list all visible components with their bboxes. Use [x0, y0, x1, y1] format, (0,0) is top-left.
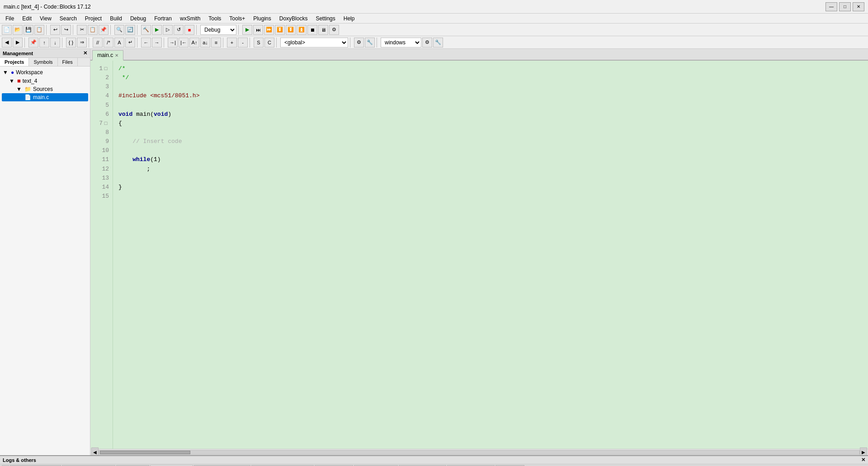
hscroll-thumb[interactable]	[100, 451, 190, 454]
menu-edit[interactable]: Edit	[19, 14, 35, 23]
menu-settings[interactable]: Settings	[312, 14, 339, 23]
tab-files[interactable]: Files	[58, 58, 78, 66]
menu-wxsmith[interactable]: wxSmith	[176, 14, 204, 23]
replace-button[interactable]: 🔄	[125, 25, 135, 35]
nav-next-button[interactable]: →	[152, 38, 162, 48]
line-num-14: 14	[98, 183, 109, 192]
horizontal-scrollbar[interactable]: ◀ ▶	[90, 449, 868, 455]
indent-button[interactable]: →|	[168, 38, 178, 48]
toolbar2-sep7	[250, 38, 252, 48]
menu-plugins[interactable]: Plugins	[250, 14, 274, 23]
menu-search[interactable]: Search	[56, 14, 80, 23]
paste-button[interactable]: 📌	[99, 25, 108, 35]
debug-start-button[interactable]: ▶	[242, 25, 252, 35]
jump-back-button[interactable]: ◀	[2, 38, 12, 48]
scroll-right-arrow[interactable]: ▶	[860, 447, 867, 456]
tree-main-c[interactable]: 📄 main.c	[2, 93, 88, 101]
find-button[interactable]: 🔍	[114, 25, 124, 35]
syntax-check-button[interactable]: S	[254, 38, 264, 48]
minimize-button[interactable]: —	[826, 2, 837, 11]
menu-view[interactable]: View	[36, 14, 55, 23]
save-button[interactable]: 💾	[24, 25, 33, 35]
menu-build[interactable]: Build	[106, 14, 126, 23]
tree-project[interactable]: ▼ ■ text_4	[2, 76, 88, 85]
menu-tools[interactable]: Tools	[205, 14, 225, 23]
build-run-button[interactable]: ▷	[163, 25, 173, 35]
jump-fwd-button[interactable]: ▶	[13, 38, 23, 48]
bottom-tabs-bar: ◀ 📋 Code::Blocks ✕ 🔍 Search results ✕ 📄 …	[0, 464, 868, 466]
bookmark-prev-button[interactable]: ↑	[39, 38, 49, 48]
zoom-in-button[interactable]: +	[227, 38, 237, 48]
debug-step-button[interactable]: ⏬	[286, 25, 296, 35]
debug-continue-button[interactable]: ⏭	[253, 25, 263, 35]
menu-tools-plus[interactable]: Tools+	[226, 14, 249, 23]
maximize-button[interactable]: □	[839, 2, 851, 11]
bookmark-next-button[interactable]: ↓	[50, 38, 60, 48]
code-editor[interactable]: /* */ #include <mcs51/8051.h> void main(…	[113, 61, 868, 449]
build-button[interactable]: 🔨	[141, 25, 151, 35]
bookmark-toggle-button[interactable]: 📌	[28, 38, 38, 48]
line-num-5: 5	[98, 101, 109, 110]
sort-button[interactable]: ≡	[211, 38, 221, 48]
auto-complete-button[interactable]: C	[264, 38, 274, 48]
copy-button[interactable]: 📋	[88, 25, 98, 35]
highlight-button[interactable]: A	[114, 38, 124, 48]
platform-btn1[interactable]: ⚙	[422, 38, 432, 48]
debug-window-button[interactable]: 🖥	[318, 25, 328, 35]
undo-button[interactable]: ↩	[50, 25, 60, 35]
menu-help[interactable]: Help	[340, 14, 359, 23]
cut-button[interactable]: ✂	[77, 25, 87, 35]
code-extra-button[interactable]: 🔧	[365, 38, 375, 48]
toolbar2-sep5	[164, 38, 166, 48]
open-file-button[interactable]: 📂	[13, 25, 23, 35]
scroll-left-arrow[interactable]: ◀	[91, 447, 99, 456]
zoom-out-button[interactable]: -	[238, 38, 248, 48]
debug-stop-button[interactable]: ⏹	[307, 25, 317, 35]
line-num-9: 9	[98, 137, 109, 146]
nav-prev-button[interactable]: ←	[141, 38, 151, 48]
menu-debug[interactable]: Debug	[127, 14, 150, 23]
stop-button[interactable]: ■	[184, 25, 194, 35]
rebuild-button[interactable]: ↺	[174, 25, 184, 35]
platform-btn2[interactable]: 🔧	[433, 38, 443, 48]
tab-projects[interactable]: Projects	[0, 58, 29, 66]
new-file-button[interactable]: 📄	[2, 25, 12, 35]
management-close-icon[interactable]: ✕	[83, 50, 87, 56]
toolbar2-sep3	[89, 38, 91, 48]
match-brace-button[interactable]: { }	[66, 38, 76, 48]
debug-misc-button[interactable]: ⚙	[329, 25, 339, 35]
menu-fortran[interactable]: Fortran	[151, 14, 175, 23]
menu-project[interactable]: Project	[81, 14, 105, 23]
debug-step-out-button[interactable]: ⏫	[297, 25, 307, 35]
debug-next-inst-button[interactable]: ⏬	[275, 25, 285, 35]
fold-7: □	[103, 120, 109, 128]
build-config-dropdown[interactable]: Debug Release	[200, 25, 236, 35]
bottom-close-icon[interactable]: ✕	[861, 457, 865, 463]
code-area[interactable]: 1□ 2 3 4 5 6 7□ 8 9 10 11 12 13 14 15 /*…	[90, 61, 868, 449]
redo-button[interactable]: ↪	[61, 25, 71, 35]
menu-doxyblocks[interactable]: DoxyBlocks	[276, 14, 311, 23]
scope-dropdown[interactable]: <global>	[280, 38, 348, 48]
tab-symbols[interactable]: Symbols	[29, 58, 57, 66]
code-settings-button[interactable]: ⚙	[354, 38, 364, 48]
block-comment-button[interactable]: /*	[104, 38, 113, 48]
title-bar: main.c [text_4] - Code::Blocks 17.12 — □…	[0, 0, 868, 14]
tree-sources[interactable]: ▼ 📁 Sources	[2, 85, 88, 93]
toggle-comment-button[interactable]: //	[93, 38, 103, 48]
toolbar-sep5	[196, 25, 198, 35]
tree-workspace[interactable]: ▼ ● Workspace	[2, 68, 88, 76]
case-lower-button[interactable]: a↓	[200, 38, 210, 48]
unindent-button[interactable]: |←	[179, 38, 189, 48]
editor-tab-main-c[interactable]: main.c ✕	[92, 50, 123, 61]
save-all-button[interactable]: 📋	[34, 25, 44, 35]
tab-close-icon[interactable]: ✕	[115, 53, 118, 58]
debug-next-button[interactable]: ⏩	[264, 25, 274, 35]
word-wrap-button[interactable]: ↵	[125, 38, 135, 48]
menu-file[interactable]: File	[2, 14, 18, 23]
case-upper-button[interactable]: A↑	[189, 38, 199, 48]
run-button[interactable]: ▶	[152, 25, 162, 35]
hscroll-track[interactable]	[99, 450, 860, 455]
jump-match-button[interactable]: ⇒	[77, 38, 87, 48]
close-button[interactable]: ✕	[853, 2, 864, 11]
platform-dropdown[interactable]: windows	[381, 38, 421, 48]
